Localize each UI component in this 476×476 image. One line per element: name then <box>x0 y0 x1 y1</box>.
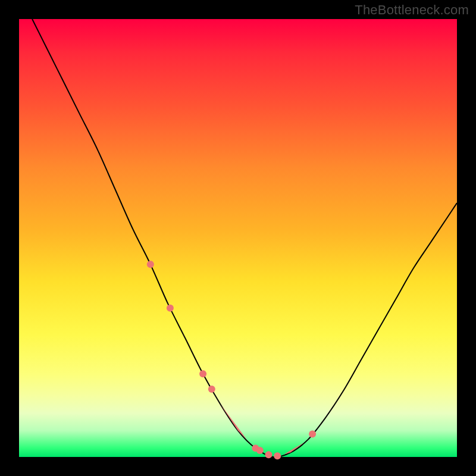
bottleneck-curve <box>32 19 457 457</box>
curve-svg <box>19 19 457 457</box>
watermark-text: TheBottleneck.com <box>355 2 469 18</box>
chart-frame: TheBottleneck.com <box>0 0 476 476</box>
curve-marker-dot <box>147 261 154 268</box>
curve-marker-dot <box>199 370 206 377</box>
curve-marker-dot <box>256 447 264 454</box>
curve-marker-dot <box>309 430 316 437</box>
curve-marker-dot <box>274 452 281 459</box>
marker-layer <box>147 261 316 459</box>
curve-marker-pill <box>221 405 247 440</box>
plot-area <box>19 19 457 457</box>
curve-marker-dot <box>167 305 174 312</box>
curve-marker-dot <box>208 386 215 393</box>
curve-marker-pill <box>284 443 303 454</box>
curve-marker-dot <box>265 451 273 458</box>
